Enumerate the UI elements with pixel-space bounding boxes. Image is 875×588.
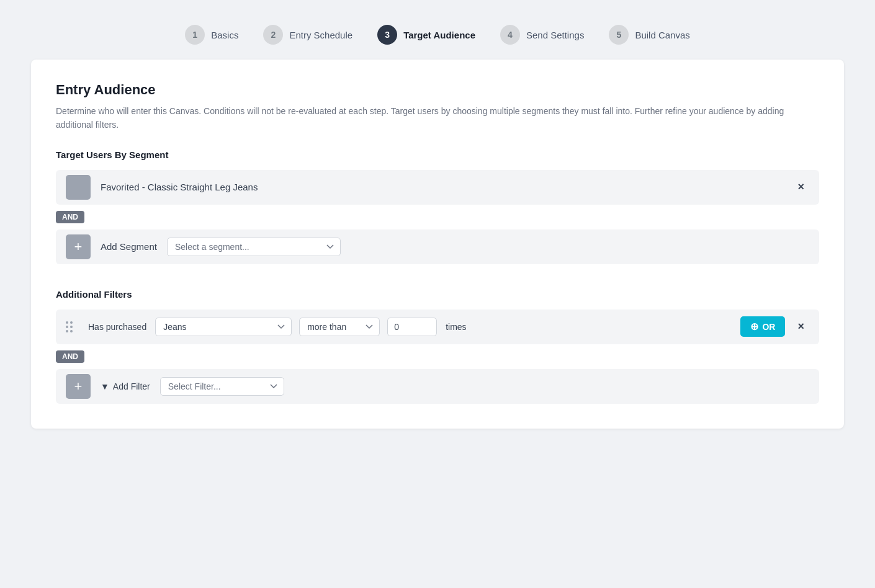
add-filter-row: + ▼ Add Filter Select Filter... bbox=[56, 369, 819, 404]
filter-has-purchased-label: Has purchased bbox=[88, 322, 146, 332]
and-badge-2: AND bbox=[56, 344, 819, 369]
filter-times-label: times bbox=[446, 322, 466, 332]
add-filter-label: ▼ Add Filter bbox=[101, 381, 150, 391]
stepper: 1 Basics 2 Entry Schedule 3 Target Audie… bbox=[12, 12, 863, 60]
filter-row-1: Has purchased Jeans more than times ⊕ OR… bbox=[56, 310, 819, 344]
section-description: Determine who will enter this Canvas. Co… bbox=[56, 104, 819, 132]
main-card: Entry Audience Determine who will enter … bbox=[31, 60, 844, 429]
segment-section-title: Target Users By Segment bbox=[56, 149, 819, 160]
filter-value-input[interactable] bbox=[387, 318, 437, 336]
filter-type-select[interactable]: Select Filter... bbox=[160, 377, 284, 396]
drag-dot bbox=[70, 326, 73, 328]
and-label-2: AND bbox=[56, 350, 84, 363]
drag-dot bbox=[66, 321, 68, 324]
drag-dot bbox=[70, 321, 73, 324]
add-segment-icon: + bbox=[66, 234, 91, 259]
drag-dots-row-1 bbox=[66, 321, 78, 324]
step-4-circle: 4 bbox=[500, 25, 520, 45]
and-badge-1: AND bbox=[56, 205, 819, 229]
add-filter-icon: + bbox=[66, 374, 91, 399]
step-build-canvas[interactable]: 5 Build Canvas bbox=[609, 25, 689, 45]
or-button-label: OR bbox=[762, 322, 775, 332]
section-title: Entry Audience bbox=[56, 82, 819, 98]
segment-remove-button[interactable]: × bbox=[792, 178, 809, 196]
segment-row-1: Favorited - Classic Straight Leg Jeans × bbox=[56, 170, 819, 205]
drag-dots-row-3 bbox=[66, 330, 78, 332]
step-2-label: Entry Schedule bbox=[289, 30, 352, 40]
step-5-label: Build Canvas bbox=[635, 30, 689, 40]
add-segment-label: Add Segment bbox=[101, 241, 157, 252]
step-basics[interactable]: 1 Basics bbox=[185, 25, 238, 45]
step-5-circle: 5 bbox=[609, 25, 629, 45]
drag-dot bbox=[66, 326, 68, 328]
and-label-1: AND bbox=[56, 211, 84, 223]
segment-select[interactable]: Select a segment... bbox=[167, 238, 341, 256]
step-target-audience[interactable]: 3 Target Audience bbox=[377, 25, 475, 45]
segment-drag-handle bbox=[66, 175, 91, 200]
step-3-label: Target Audience bbox=[403, 30, 475, 40]
step-1-circle: 1 bbox=[185, 25, 205, 45]
filter-remove-button[interactable]: × bbox=[792, 318, 809, 336]
or-plus-icon: ⊕ bbox=[750, 321, 758, 332]
drag-dot bbox=[66, 330, 68, 332]
step-2-circle: 2 bbox=[263, 25, 283, 45]
drag-dot bbox=[70, 330, 73, 332]
drag-dots-row-2 bbox=[66, 326, 78, 328]
filter-or-button[interactable]: ⊕ OR bbox=[740, 316, 785, 337]
step-entry-schedule[interactable]: 2 Entry Schedule bbox=[263, 25, 352, 45]
step-4-label: Send Settings bbox=[526, 30, 584, 40]
segment-label: Favorited - Classic Straight Leg Jeans bbox=[101, 182, 792, 192]
filter-drag-handle bbox=[66, 321, 78, 332]
filter-comparator-select[interactable]: more than bbox=[299, 318, 380, 336]
add-segment-row: + Add Segment Select a segment... bbox=[56, 229, 819, 264]
filter-section-title: Additional Filters bbox=[56, 289, 819, 300]
step-send-settings[interactable]: 4 Send Settings bbox=[500, 25, 584, 45]
step-1-label: Basics bbox=[211, 30, 238, 40]
step-3-circle: 3 bbox=[377, 25, 397, 45]
filter-funnel-icon: ▼ bbox=[101, 381, 109, 391]
filter-product-select[interactable]: Jeans bbox=[155, 318, 292, 336]
filters-section: Additional Filters Has purchased bbox=[56, 289, 819, 404]
